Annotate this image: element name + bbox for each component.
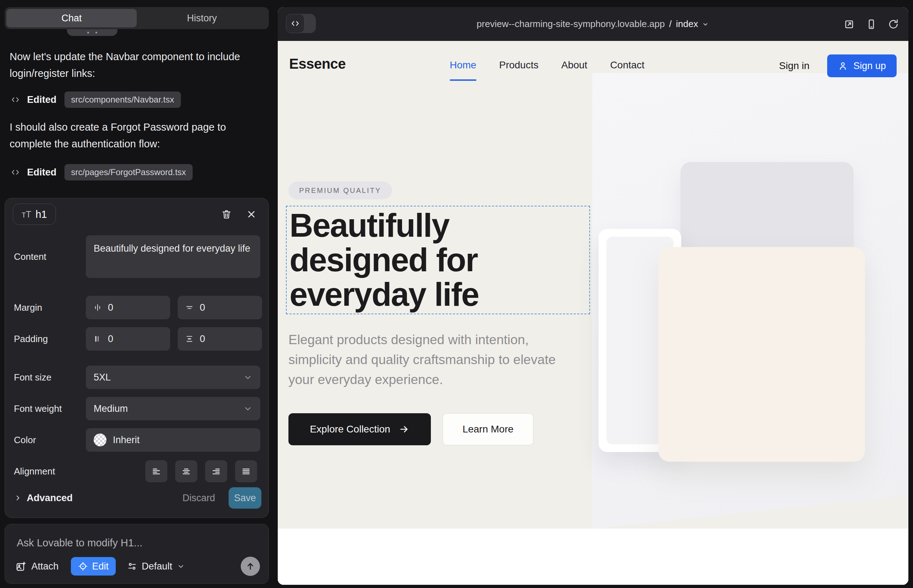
alignment-row: Alignment [14,459,260,483]
padding-label: Padding [14,333,86,344]
content-input[interactable]: Beautifully designed for everyday life [86,235,260,278]
close-panel-button[interactable] [244,207,259,222]
editor-panel-header: тT h1 [13,203,259,225]
font-size-select[interactable]: 5XL [86,365,260,389]
preview-actions [843,7,899,41]
chat-composer[interactable]: Ask Lovable to modify H1... Attach Edit [5,524,269,584]
padding-vertical-value: 0 [200,333,205,344]
attach-label: Attach [31,561,59,572]
code-icon[interactable] [286,14,304,33]
padding-horizontal-value: 0 [108,333,113,344]
margin-vertical-input[interactable]: 0 [178,296,262,319]
chevron-down-icon [243,373,253,382]
advanced-toggle[interactable]: Advanced [14,493,73,504]
element-tag-label: h1 [36,208,47,220]
active-nav-underline [450,79,476,81]
chevron-down-icon [177,562,185,570]
nav-link-home[interactable]: Home [450,60,476,71]
font-weight-select[interactable]: Medium [86,397,260,420]
sign-up-button[interactable]: Sign up [827,55,897,77]
explore-collection-button[interactable]: Explore Collection [288,413,431,445]
sign-up-label: Sign up [853,60,886,71]
hero-description: Elegant products designed with intention… [288,330,573,390]
delete-element-button[interactable] [219,207,234,222]
margin-label: Margin [14,302,86,313]
color-row: Color Inherit [14,428,260,452]
edited-label: Edited [27,167,57,178]
chat-message: Now let's update the Navbar component to… [10,48,261,82]
align-right-button[interactable] [205,460,227,482]
margin-horizontal-input[interactable]: 0 [86,296,170,319]
align-justify-button[interactable] [235,460,257,482]
save-button[interactable]: Save [228,487,261,509]
color-select[interactable]: Inherit [86,428,260,452]
file-path-chip[interactable]: src/pages/ForgotPassword.tsx [65,164,193,181]
composer-placeholder[interactable]: Ask Lovable to modify H1... [17,537,142,549]
site-header-actions: Sign in Sign up [779,55,897,77]
padding-vertical-icon [185,334,194,344]
edited-label: Edited [27,94,57,105]
color-value: Inherit [113,435,139,446]
chevron-down-icon[interactable] [701,20,709,28]
user-icon [838,61,848,71]
code-icon [11,95,20,104]
font-weight-row: Font weight Medium [14,397,260,420]
code-preview-toggle[interactable] [286,14,316,33]
url-path: index [676,18,698,29]
hero-badge: PREMIUM QUALITY [288,181,392,199]
edit-label: Edit [92,561,109,572]
open-external-icon[interactable] [843,18,855,30]
font-size-value: 5XL [94,372,111,383]
tab-history[interactable]: History [137,9,267,27]
padding-horizontal-input[interactable]: 0 [86,327,170,351]
preview-window: preview--charming-site-symphony.lovable.… [278,7,908,585]
image-plus-icon [16,561,26,572]
file-path-chip[interactable]: src/components/Navbar.tsx [65,92,181,108]
tab-chat[interactable]: Chat [6,9,137,27]
align-center-button[interactable] [175,460,197,482]
padding-vertical-input[interactable]: 0 [178,327,262,351]
sign-in-link[interactable]: Sign in [779,60,810,71]
attach-button[interactable]: Attach [16,561,59,572]
default-mode-select[interactable]: Default [127,561,185,572]
refresh-icon[interactable] [888,18,899,30]
scrolled-chip-partial [67,29,118,36]
send-button[interactable] [241,557,260,576]
font-size-label: Font size [14,372,86,383]
url-host: preview--charming-site-symphony.lovable.… [477,18,665,29]
padding-row: Padding 0 0 [14,327,260,351]
align-left-button[interactable] [145,460,167,482]
learn-more-button[interactable]: Learn More [443,413,533,445]
chevron-down-icon [243,404,253,413]
nav-label: Home [450,60,476,71]
rendered-site: Essence Home Products About Contact Sign… [278,41,908,585]
content-row: Content Beautifully designed for everyda… [14,235,260,278]
site-nav: Home Products About Contact [450,60,644,71]
mobile-view-icon[interactable] [866,18,877,30]
nav-link-about[interactable]: About [561,60,587,71]
app-root: Chat History Now let's update the Navbar… [0,0,913,588]
decor-card-cream [659,247,865,462]
nav-link-contact[interactable]: Contact [610,60,644,71]
default-label: Default [142,561,172,572]
edited-file-row[interactable]: Edited src/pages/ForgotPassword.tsx [11,164,193,181]
nav-link-products[interactable]: Products [499,60,539,71]
primary-cta-label: Explore Collection [310,423,390,435]
discard-button[interactable]: Discard [182,493,215,504]
font-weight-value: Medium [94,403,128,414]
composer-toolbar: Attach Edit Default [16,556,260,576]
edited-file-row[interactable]: Edited src/components/Navbar.tsx [11,91,181,108]
url-bar[interactable]: preview--charming-site-symphony.lovable.… [278,7,908,41]
editor-panel-footer: Advanced Discard Save [14,487,261,509]
margin-vertical-icon [185,303,194,312]
hero-heading[interactable]: Beautifully designed for everyday life [290,208,585,312]
code-icon [11,168,20,177]
site-logo[interactable]: Essence [289,56,346,72]
advanced-label: Advanced [27,493,73,504]
element-editor-panel: тT h1 Content Beautifully designed for e… [5,198,269,518]
sliders-icon [127,561,137,571]
chevron-right-icon [14,494,22,502]
next-section [278,528,908,585]
color-label: Color [14,435,86,446]
edit-mode-button[interactable]: Edit [71,557,116,575]
